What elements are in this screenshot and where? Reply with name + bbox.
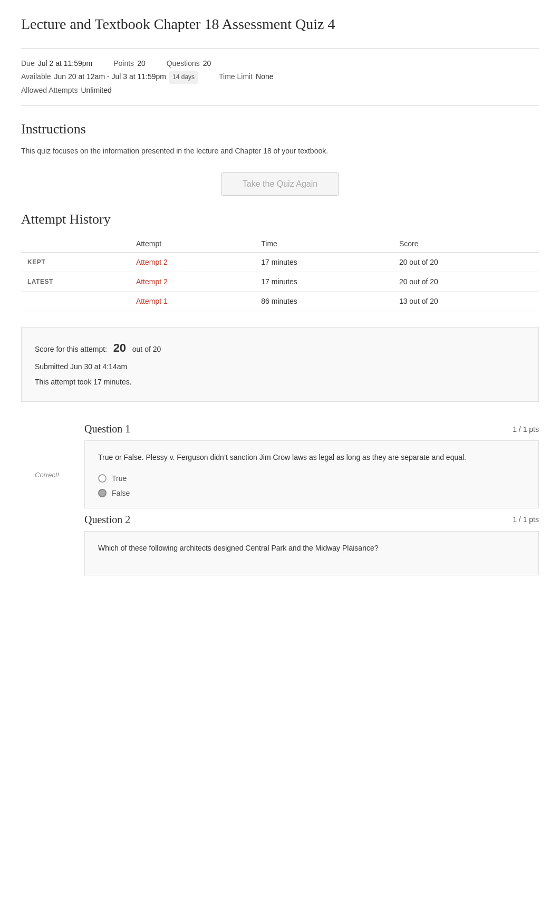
attempt-tag: KEPT: [21, 253, 130, 272]
question-body: Correct!True or False. Plessy v. Ferguso…: [84, 440, 539, 508]
attempt-score: 13 out of 20: [393, 292, 539, 311]
question-title: Question 1: [84, 423, 130, 435]
question-wrapper: Question 11 / 1 ptsCorrect!True or False…: [21, 418, 539, 508]
question-header: Question 21 / 1 pts: [84, 508, 539, 531]
score-summary: Score for this attempt: 20 out of 20 Sub…: [21, 327, 539, 402]
page-title: Lecture and Textbook Chapter 18 Assessme…: [21, 16, 539, 33]
answer-options: TrueFalse: [98, 474, 525, 497]
attempt-tag: LATEST: [21, 272, 130, 292]
available-label: Available: [21, 70, 51, 83]
answer-label: True: [112, 474, 127, 483]
answer-option: True: [98, 474, 525, 483]
attempt-score: 20 out of 20: [393, 253, 539, 272]
instructions-title: Instructions: [21, 121, 539, 137]
radio-circle[interactable]: [98, 474, 107, 483]
correct-label: Correct!: [35, 470, 59, 478]
allowed-value: Unlimited: [81, 84, 111, 97]
answer-option: False: [98, 489, 525, 497]
question-points: 1 / 1 pts: [513, 515, 539, 524]
attempt-link-cell[interactable]: Attempt 1: [130, 292, 255, 311]
quiz-again-container: Take the Quiz Again: [21, 172, 539, 196]
points-value: 20: [137, 57, 146, 70]
col-time: Time: [255, 235, 393, 253]
instructions-text: This quiz focuses on the information pre…: [21, 145, 539, 157]
attempt-tag: [21, 292, 130, 311]
question-body: Which of these following architects desi…: [84, 531, 539, 575]
quiz-meta-box: Due Jul 2 at 11:59pm Points 20 Questions…: [21, 49, 539, 105]
attempt-link[interactable]: Attempt 1: [136, 297, 168, 305]
attempt-time: 17 minutes: [255, 253, 393, 272]
days-badge: 14 days: [169, 71, 198, 84]
question-text: True or False. Plessy v. Ferguson didn’t…: [98, 451, 525, 463]
submitted-text: Submitted Jun 30 at 4:14am: [35, 361, 525, 373]
score-number: 20: [113, 341, 126, 354]
answer-label: False: [112, 489, 130, 497]
questions-value: 20: [203, 57, 211, 70]
attempt-history-title: Attempt History: [21, 211, 539, 227]
attempt-score: 20 out of 20: [393, 272, 539, 292]
col-attempt: Attempt: [130, 235, 255, 253]
col-score: Score: [393, 235, 539, 253]
table-row: KEPTAttempt 217 minutes20 out of 20: [21, 253, 539, 272]
questions-label: Questions: [167, 57, 200, 70]
question-text: Which of these following architects desi…: [98, 542, 525, 554]
table-row: LATESTAttempt 217 minutes20 out of 20: [21, 272, 539, 292]
questions-container: Question 11 / 1 ptsCorrect!True or False…: [21, 418, 539, 575]
question-wrapper: Question 21 / 1 ptsWhich of these follow…: [21, 508, 539, 575]
attempt-link[interactable]: Attempt 2: [136, 277, 168, 286]
attempt-time: 86 minutes: [255, 292, 393, 311]
col-tag: [21, 235, 130, 253]
question-points: 1 / 1 pts: [513, 425, 539, 434]
take-quiz-again-button[interactable]: Take the Quiz Again: [221, 172, 339, 196]
due-label: Due: [21, 57, 35, 70]
score-suffix: out of 20: [132, 345, 161, 353]
available-value: Jun 20 at 12am - Jul 3 at 11:59pm: [54, 70, 166, 83]
attempt-table: Attempt Time Score KEPTAttempt 217 minut…: [21, 235, 539, 311]
table-row: Attempt 186 minutes13 out of 20: [21, 292, 539, 311]
question-header: Question 11 / 1 pts: [84, 418, 539, 440]
time-limit-value: None: [256, 70, 273, 83]
attempt-history-section: Attempt History Attempt Time Score KEPTA…: [21, 211, 539, 311]
points-label: Points: [113, 57, 134, 70]
attempt-link[interactable]: Attempt 2: [136, 258, 168, 266]
question-title: Question 2: [84, 514, 130, 526]
attempt-time: 17 minutes: [255, 272, 393, 292]
time-limit-label: Time Limit: [219, 70, 253, 83]
due-value: Jul 2 at 11:59pm: [38, 57, 93, 70]
allowed-label: Allowed Attempts: [21, 84, 78, 97]
attempt-link-cell[interactable]: Attempt 2: [130, 253, 255, 272]
duration-text: This attempt took 17 minutes.: [35, 376, 525, 389]
score-label: Score for this attempt:: [35, 345, 107, 353]
radio-circle[interactable]: [98, 489, 107, 497]
attempt-link-cell[interactable]: Attempt 2: [130, 272, 255, 292]
instructions-section: Instructions This quiz focuses on the in…: [21, 121, 539, 157]
